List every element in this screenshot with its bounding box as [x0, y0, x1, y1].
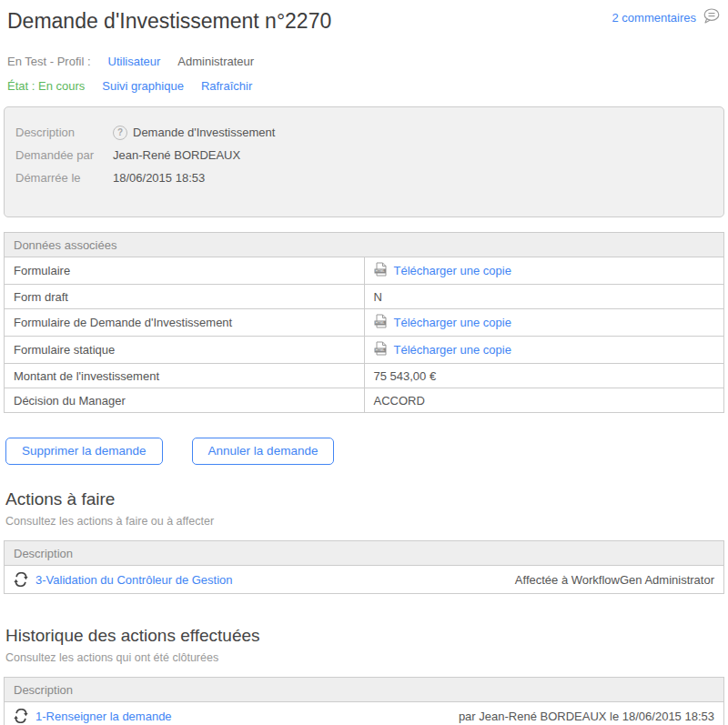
row-value: 75 543,00 €: [364, 364, 724, 388]
actions-history-subtitle: Consultez les actions qui ont été clôtur…: [0, 651, 728, 664]
delete-request-button[interactable]: Supprimer la demande: [5, 438, 163, 465]
actions-history-table: Description 1-Renseigner la demande pa: [4, 677, 724, 725]
table-row: Décision du Manager ACCORD: [5, 388, 724, 413]
table-row: Formulaire statique HTML Télécharger une…: [5, 337, 724, 364]
html-file-icon: HTML: [374, 341, 388, 358]
summary-started-row: Démarrée le 18/06/2015 18:53: [15, 166, 713, 189]
svg-text:HTML: HTML: [375, 269, 384, 273]
download-copy-link[interactable]: Télécharger une copie: [394, 264, 511, 277]
table-row: Form draft N: [5, 285, 724, 309]
html-file-icon: HTML: [374, 314, 388, 331]
action-link[interactable]: 1-Renseigner la demande: [35, 710, 172, 723]
profile-admin-label[interactable]: Administrateur: [177, 55, 254, 68]
summary-requested-by-row: Demandée par Jean-René BORDEAUX: [15, 144, 713, 166]
row-label: Formulaire statique: [5, 337, 365, 364]
refresh-link[interactable]: Rafraîchir: [201, 79, 252, 93]
download-copy-link[interactable]: Télécharger une copie: [394, 343, 511, 357]
row-label: Formulaire de Demande d'Investissement: [5, 309, 365, 337]
table-row: 3-Validation du Contrôleur de Gestion Af…: [5, 566, 724, 594]
actions-todo-title: Actions à faire: [0, 489, 728, 509]
request-actions: Supprimer la demande Annuler la demande: [5, 438, 728, 465]
download-copy-link[interactable]: Télécharger une copie: [394, 316, 511, 329]
actions-todo-subtitle: Consultez les actions à faire ou à affec…: [0, 515, 728, 528]
svg-text:HTML: HTML: [375, 348, 384, 352]
status-line: État : En cours Suivi graphique Rafraîch…: [0, 79, 728, 93]
cancel-request-button[interactable]: Annuler la demande: [192, 438, 335, 465]
row-label: Formulaire: [5, 257, 365, 285]
test-profile-label: En Test - Profil :: [7, 55, 91, 68]
table-row: Formulaire de Demande d'Investissement H…: [5, 309, 724, 337]
associated-data-table: Données associées Formulaire HTML Téléch…: [4, 232, 724, 413]
in-progress-sync-icon: [14, 572, 28, 587]
actions-todo-column-header: Description: [5, 541, 724, 566]
action-assignment: par Jean-René BORDEAUX le 18/06/2015 18:…: [459, 710, 714, 723]
action-assignment: Affectée à WorkflowGen Administrator: [515, 573, 714, 587]
started-value: 18/06/2015 18:53: [113, 171, 205, 185]
requested-by-label: Demandée par: [15, 148, 113, 162]
comments-link[interactable]: 2 commentaires: [612, 11, 696, 25]
summary-description-row: Description ? Demande d'Investissement: [15, 121, 713, 144]
in-progress-sync-icon: [14, 709, 28, 723]
description-value: Demande d'Investissement: [133, 126, 275, 139]
requested-by-value: Jean-René BORDEAUX: [113, 148, 240, 162]
svg-text:HTML: HTML: [375, 321, 384, 325]
graphic-follow-link[interactable]: Suivi graphique: [102, 79, 184, 93]
html-file-icon: HTML: [374, 262, 388, 279]
row-value: ACCORD: [364, 388, 724, 413]
actions-todo-table: Description 3-Validation du Contrôleur d…: [4, 540, 724, 594]
table-row: Montant de l'investissement 75 543,00 €: [5, 364, 724, 388]
actions-history-title: Historique des actions effectuées: [0, 626, 728, 646]
table-row: 1-Renseigner la demande par Jean-René BO…: [5, 702, 724, 725]
comment-bubble-icon[interactable]: [703, 8, 721, 26]
request-summary-panel: Description ? Demande d'Investissement D…: [4, 106, 724, 217]
row-label: Décision du Manager: [5, 388, 365, 413]
comments-area: 2 commentaires: [612, 8, 721, 26]
actions-history-column-header: Description: [5, 678, 724, 702]
row-value: N: [364, 285, 724, 309]
status-badge: État : En cours: [7, 79, 85, 93]
profile-user-link[interactable]: Utilisateur: [108, 55, 161, 68]
row-label: Form draft: [5, 285, 365, 309]
associated-data-header: Données associées: [5, 233, 724, 257]
action-link[interactable]: 3-Validation du Contrôleur de Gestion: [35, 573, 233, 587]
table-row: Formulaire HTML Télécharger une copie: [5, 257, 724, 285]
help-icon[interactable]: ?: [113, 126, 127, 140]
row-label: Montant de l'investissement: [5, 364, 365, 388]
description-label: Description: [15, 126, 113, 139]
profile-line: En Test - Profil : Utilisateur Administr…: [0, 55, 728, 68]
started-label: Démarrée le: [15, 171, 113, 185]
